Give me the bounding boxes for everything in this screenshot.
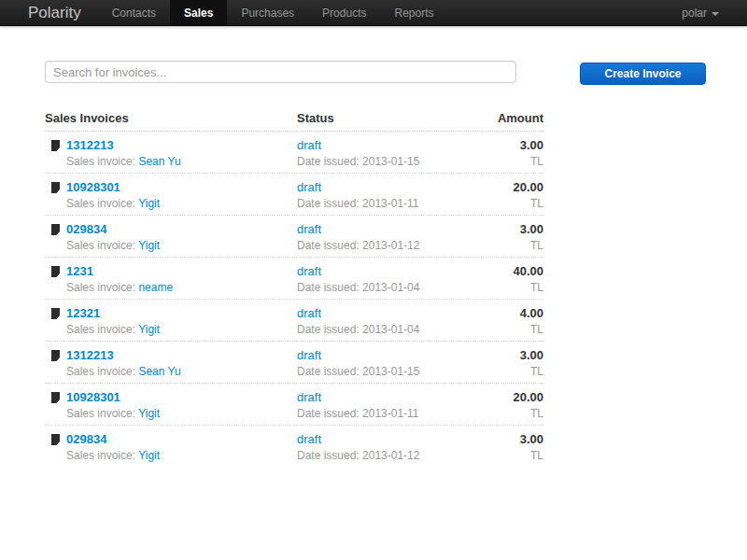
status-link[interactable]: draft — [297, 432, 321, 446]
invoice-row: 10928301 Sales invoice: Yigit draft Date… — [45, 174, 543, 216]
amount-currency: TL — [450, 239, 543, 253]
status-cell: draft Date issued: 2013-01-15 — [297, 348, 450, 383]
invoice-number-link[interactable]: 029834 — [66, 432, 106, 446]
amount-cell: 3.00 TL — [450, 138, 543, 173]
date-issued-value: 2013-01-12 — [362, 449, 419, 462]
user-dropdown-label: polar — [682, 7, 707, 20]
nav-item-products[interactable]: Products — [308, 0, 380, 25]
nav-item-contacts[interactable]: Contacts — [98, 0, 170, 25]
invoice-row: 12321 Sales invoice: Yigit draft Date is… — [45, 300, 543, 342]
amount-value: 3.00 — [450, 432, 543, 446]
amount-value: 3.00 — [450, 138, 543, 152]
invoice-type-label: Sales invoice: — [66, 449, 135, 462]
contact-link[interactable]: Yigit — [138, 197, 160, 210]
contact-link[interactable]: Sean Yu — [138, 365, 180, 378]
date-issued-label: Date issued: — [297, 155, 359, 168]
date-issued-label: Date issued: — [297, 239, 359, 252]
invoice-type-label: Sales invoice: — [66, 197, 135, 210]
status-cell: draft Date issued: 2013-01-04 — [297, 264, 450, 299]
amount-cell: 3.00 TL — [450, 432, 543, 468]
table-header: Sales Invoices Status Amount — [45, 111, 543, 132]
contact-link[interactable]: Yigit — [138, 239, 160, 252]
invoice-row: 029834 Sales invoice: Yigit draft Date i… — [45, 216, 543, 258]
date-issued-value: 2013-01-04 — [362, 323, 419, 336]
invoice-row: 029834 Sales invoice: Yigit draft Date i… — [45, 426, 543, 468]
amount-currency: TL — [450, 281, 543, 295]
invoice-row: 1312213 Sales invoice: Sean Yu draft Dat… — [45, 132, 543, 174]
document-icon — [51, 266, 60, 277]
nav-item-sales[interactable]: Sales — [170, 0, 227, 25]
status-cell: draft Date issued: 2013-01-12 — [297, 432, 450, 468]
invoice-number-link[interactable]: 1312213 — [66, 348, 114, 362]
status-link[interactable]: draft — [297, 348, 321, 362]
invoice-table: Sales Invoices Status Amount 1312213 Sal… — [45, 111, 543, 468]
date-issued-value: 2013-01-15 — [362, 365, 419, 378]
search-input[interactable] — [45, 61, 516, 83]
invoice-type-label: Sales invoice: — [66, 323, 135, 336]
nav-item-reports[interactable]: Reports — [380, 0, 447, 25]
amount-value: 40.00 — [450, 264, 543, 278]
invoice-number-link[interactable]: 1231 — [66, 264, 93, 278]
status-link[interactable]: draft — [297, 390, 321, 404]
invoice-list: 1312213 Sales invoice: Sean Yu draft Dat… — [45, 132, 543, 468]
date-issued-label: Date issued: — [297, 449, 359, 462]
date-issued-label: Date issued: — [297, 323, 359, 336]
amount-cell: 20.00 TL — [450, 180, 543, 215]
invoice-cell: 10928301 Sales invoice: Yigit — [45, 180, 297, 215]
document-icon — [51, 308, 60, 319]
status-link[interactable]: draft — [297, 222, 321, 236]
date-issued-label: Date issued: — [297, 281, 359, 294]
invoice-cell: 029834 Sales invoice: Yigit — [45, 222, 297, 257]
invoice-number-link[interactable]: 029834 — [66, 222, 106, 236]
amount-cell: 40.00 TL — [450, 264, 543, 299]
status-cell: draft Date issued: 2013-01-12 — [297, 222, 450, 257]
contact-link[interactable]: Yigit — [138, 449, 160, 462]
date-issued-value: 2013-01-15 — [362, 155, 419, 168]
amount-currency: TL — [450, 155, 543, 169]
amount-cell: 20.00 TL — [450, 390, 543, 425]
nav-item-purchases[interactable]: Purchases — [227, 0, 308, 25]
document-icon — [51, 140, 60, 151]
date-issued-value: 2013-01-12 — [362, 239, 419, 252]
nav-menu: Contacts Sales Purchases Products Report… — [98, 0, 448, 25]
status-cell: draft Date issued: 2013-01-15 — [297, 138, 450, 173]
amount-cell: 3.00 TL — [450, 348, 543, 383]
status-link[interactable]: draft — [297, 180, 321, 194]
contact-link[interactable]: Sean Yu — [138, 155, 180, 168]
invoice-cell: 12321 Sales invoice: Yigit — [45, 306, 297, 341]
status-cell: draft Date issued: 2013-01-11 — [297, 390, 450, 425]
status-cell: draft Date issued: 2013-01-04 — [297, 306, 450, 341]
invoice-type-label: Sales invoice: — [66, 239, 135, 252]
document-icon — [51, 392, 60, 403]
contact-link[interactable]: Yigit — [138, 407, 160, 420]
toolbar: Create Invoice — [0, 61, 747, 85]
amount-cell: 3.00 TL — [450, 222, 543, 257]
invoice-number-link[interactable]: 10928301 — [66, 390, 120, 404]
invoice-type-label: Sales invoice: — [66, 281, 135, 294]
invoice-number-link[interactable]: 1312213 — [66, 138, 114, 152]
status-link[interactable]: draft — [297, 306, 321, 320]
amount-value: 3.00 — [450, 348, 543, 362]
status-link[interactable]: draft — [297, 138, 321, 152]
amount-value: 4.00 — [450, 306, 543, 320]
create-invoice-button[interactable]: Create Invoice — [580, 63, 706, 85]
amount-cell: 4.00 TL — [450, 306, 543, 341]
header-sales-invoices: Sales Invoices — [45, 111, 297, 125]
header-amount: Amount — [450, 111, 543, 125]
user-dropdown[interactable]: polar — [682, 0, 719, 26]
invoice-number-link[interactable]: 12321 — [66, 306, 100, 320]
invoice-row: 1231 Sales invoice: neame draft Date iss… — [45, 258, 543, 300]
invoice-cell: 1312213 Sales invoice: Sean Yu — [45, 138, 297, 173]
date-issued-value: 2013-01-11 — [362, 197, 419, 210]
invoice-number-link[interactable]: 10928301 — [66, 180, 120, 194]
invoice-cell: 1312213 Sales invoice: Sean Yu — [45, 348, 297, 383]
status-link[interactable]: draft — [297, 264, 321, 278]
amount-value: 3.00 — [450, 222, 543, 236]
amount-currency: TL — [450, 449, 543, 463]
invoice-cell: 1231 Sales invoice: neame — [45, 264, 297, 299]
brand-logo[interactable]: Polarity — [0, 0, 98, 25]
contact-link[interactable]: Yigit — [138, 323, 160, 336]
amount-currency: TL — [450, 365, 543, 379]
document-icon — [51, 182, 60, 193]
contact-link[interactable]: neame — [138, 281, 173, 294]
